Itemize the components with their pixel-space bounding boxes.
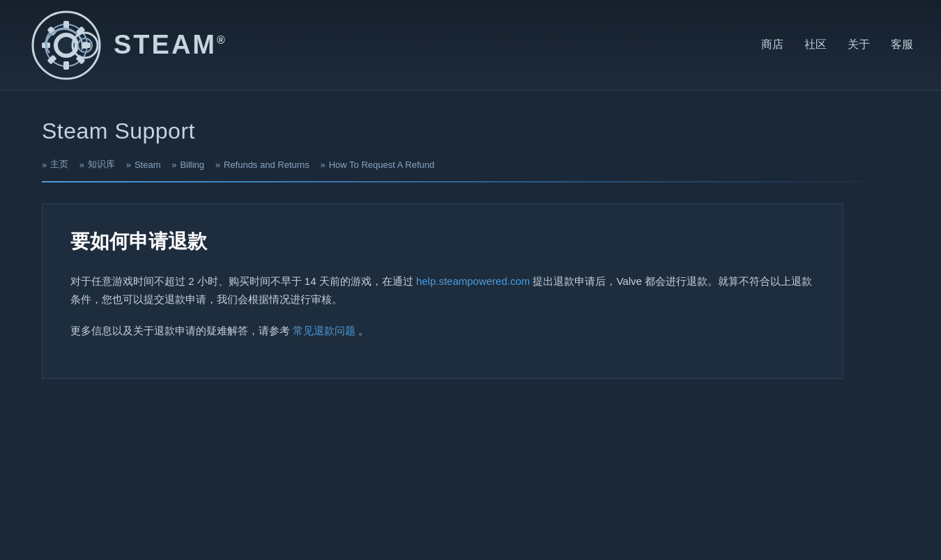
- steam-logo-icon: [28, 7, 105, 84]
- nav-store[interactable]: 商店: [761, 38, 783, 52]
- article-title: 要如何申请退款: [70, 228, 815, 255]
- breadcrumb-item-refunds: Refunds and Returns: [215, 160, 309, 170]
- faq-refund-link[interactable]: 常见退款问题: [293, 325, 355, 336]
- breadcrumb-item-home: 主页: [42, 158, 68, 171]
- breadcrumb-item-kb: 知识库: [79, 158, 115, 171]
- breadcrumb-item-steam: Steam: [126, 160, 161, 170]
- svg-point-14: [82, 42, 89, 49]
- main-content: Steam Support 主页 知识库 Steam Billing Refun…: [0, 91, 941, 407]
- breadcrumb: 主页 知识库 Steam Billing Refunds and Returns…: [42, 158, 899, 171]
- breadcrumb-item-how-to-refund: How To Request A Refund: [320, 160, 434, 170]
- nav-about[interactable]: 关于: [848, 38, 870, 52]
- nav-community[interactable]: 社区: [804, 38, 827, 52]
- nav-support[interactable]: 客服: [891, 38, 913, 52]
- article-paragraph-1: 对于任意游戏时间不超过 2 小时、购买时间不早于 14 天前的游戏，在通过 he…: [70, 272, 815, 308]
- breadcrumb-item-billing: Billing: [171, 160, 204, 170]
- article-body: 对于任意游戏时间不超过 2 小时、购买时间不早于 14 天前的游戏，在通过 he…: [70, 272, 815, 340]
- help-steam-link[interactable]: help.steampowered.com: [416, 275, 530, 287]
- article-paragraph-2: 更多信息以及关于退款申请的疑难解答，请参考 常见退款问题 。: [70, 322, 815, 340]
- brand-name: STEAM®: [114, 30, 227, 60]
- site-header: STEAM® 商店 社区 关于 客服: [0, 0, 941, 91]
- section-divider: [42, 181, 899, 182]
- main-nav: 商店 社区 关于 客服: [761, 38, 913, 52]
- article-box: 要如何申请退款 对于任意游戏时间不超过 2 小时、购买时间不早于 14 天前的游…: [42, 203, 843, 379]
- page-title: Steam Support: [42, 118, 899, 144]
- logo-area: STEAM®: [28, 7, 227, 84]
- svg-rect-8: [63, 61, 69, 70]
